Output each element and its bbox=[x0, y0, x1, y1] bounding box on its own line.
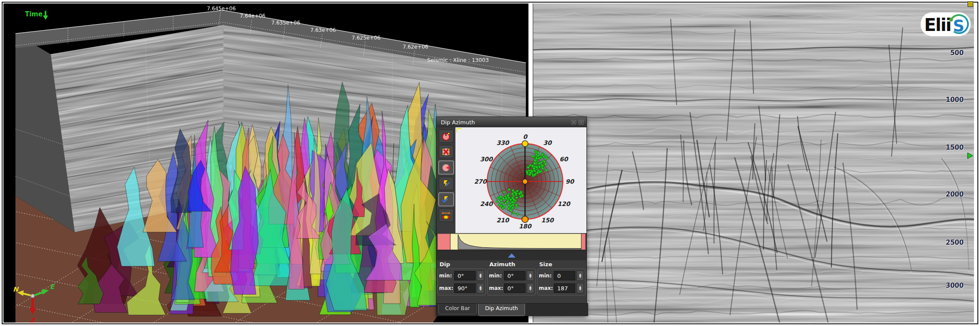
dip-group: Dip min: 0° ▲▼ max: 90° ▲▼ bbox=[437, 260, 486, 303]
polar-plot-area[interactable]: 0306090120150180210240270300330 bbox=[455, 127, 586, 233]
dialog-tab-bar: Color Bar Dip Azimuth bbox=[437, 303, 588, 316]
close-icon[interactable] bbox=[578, 120, 584, 125]
polar-angle-label: 330 bbox=[496, 139, 509, 146]
azimuth-group-title: Azimuth bbox=[487, 260, 536, 268]
section-label: Seismic : Xline : 13003 bbox=[427, 57, 488, 63]
corner-marker-icon bbox=[968, 1, 973, 7]
size-min-field[interactable]: 0 bbox=[554, 271, 575, 280]
axis-tick-label: 7.625e+06 bbox=[351, 35, 380, 41]
seismic-section-panel[interactable]: 500 1000 1500 2000 2500 3000 Elii S bbox=[533, 3, 974, 323]
cancel-selection-icon bbox=[441, 148, 451, 156]
logo-dot-icon bbox=[949, 18, 953, 22]
dial-icon bbox=[441, 132, 451, 141]
cancel-selection-button[interactable] bbox=[439, 145, 454, 158]
depth-label: 3000 bbox=[941, 282, 964, 289]
dip-min-field[interactable]: 0° bbox=[454, 271, 476, 280]
size-group-title: Size bbox=[537, 260, 586, 268]
lightning-apply-button[interactable] bbox=[438, 192, 454, 206]
depth-label: 500 bbox=[941, 49, 964, 57]
azimuth-handle-top bbox=[522, 141, 528, 147]
size-max-label: max: bbox=[539, 285, 553, 291]
dip-group-title: Dip bbox=[437, 260, 486, 268]
depth-label: 2500 bbox=[941, 239, 964, 246]
depth-label: 1500 bbox=[941, 144, 964, 151]
azimuth-max-label: max: bbox=[489, 285, 503, 291]
histogram-expander[interactable] bbox=[437, 250, 586, 260]
azimuth-handle-bottom bbox=[522, 216, 528, 223]
azimuth-max-field[interactable]: 0° bbox=[504, 283, 525, 293]
filter-controls: Dip min: 0° ▲▼ max: 90° ▲▼ Azimuth min: bbox=[437, 260, 586, 303]
size-min-label: min: bbox=[539, 273, 553, 279]
plot-corner-mark bbox=[457, 129, 462, 132]
range-icon bbox=[441, 211, 451, 220]
sector-icon bbox=[441, 163, 451, 172]
polar-angle-label: 270 bbox=[474, 178, 487, 185]
size-min-spinner[interactable]: ▲▼ bbox=[577, 271, 584, 281]
axis-tick-label: 7.63e+06 bbox=[310, 27, 336, 33]
axis-tick-label: 7.64e+06 bbox=[240, 13, 265, 19]
azimuth-max-spinner[interactable]: ▲▼ bbox=[527, 283, 534, 293]
azimuth-min-field[interactable]: 0° bbox=[504, 271, 525, 280]
depth-label: 2000 bbox=[941, 191, 964, 198]
axis-tick-label: 7.62e+06 bbox=[403, 44, 428, 50]
expand-arrow-icon bbox=[508, 253, 516, 258]
polar-angle-label: 300 bbox=[480, 156, 493, 163]
polar-angle-label: 90 bbox=[565, 178, 574, 185]
dip-azimuth-dialog: Dip Azimuth bbox=[436, 117, 587, 316]
depth-label: 1000 bbox=[941, 96, 964, 104]
polar-angle-label: 30 bbox=[543, 139, 552, 146]
polar-angle-label: 0 bbox=[523, 133, 528, 140]
azimuth-group: Azimuth min: 0° ▲▼ max: 0° ▲▼ bbox=[487, 260, 536, 303]
polar-angle-label: 210 bbox=[496, 217, 509, 224]
dialog-title: Dip Azimuth bbox=[441, 119, 475, 126]
gizmo-axis-label: E bbox=[50, 283, 55, 291]
dip-min-spinner[interactable]: ▲▼ bbox=[477, 271, 484, 281]
lightning-edit-button[interactable] bbox=[439, 177, 454, 190]
size-histogram[interactable] bbox=[437, 234, 586, 250]
size-group: Size min: 0 ▲▼ max: 187 ▲▼ bbox=[537, 260, 586, 303]
histogram-left-clip-zone bbox=[437, 234, 450, 250]
azimuth-min-label: min: bbox=[489, 273, 503, 279]
polar-center-marker bbox=[522, 179, 528, 184]
axis-tick-label: 7.645e+06 bbox=[207, 6, 235, 12]
position-marker-icon[interactable] bbox=[967, 152, 973, 159]
logo-text-main: Elii bbox=[924, 15, 951, 35]
tab-color-bar[interactable]: Color Bar bbox=[438, 304, 477, 314]
dialog-titlebar[interactable]: Dip Azimuth bbox=[437, 117, 586, 127]
histogram-right-clip-zone bbox=[581, 234, 586, 250]
eliis-logo: Elii S bbox=[920, 12, 971, 37]
gizmo-axis-label: N bbox=[13, 286, 19, 293]
dip-max-field[interactable]: 90° bbox=[454, 283, 476, 293]
azimuth-min-spinner[interactable]: ▲▼ bbox=[527, 271, 534, 281]
time-axis-label: Time bbox=[25, 10, 43, 18]
polar-angle-label: 60 bbox=[559, 156, 568, 163]
polar-angle-label: 150 bbox=[541, 217, 554, 224]
lightning-edit-icon bbox=[441, 179, 451, 188]
size-max-field[interactable]: 187 bbox=[554, 283, 575, 293]
histogram-strip bbox=[437, 234, 586, 250]
polar-angle-label: 240 bbox=[480, 200, 493, 207]
float-icon[interactable] bbox=[571, 120, 577, 125]
dip-azimuth-polar-plot: 0306090120150180210240270300330 bbox=[455, 127, 586, 233]
size-max-spinner[interactable]: ▲▼ bbox=[577, 283, 584, 293]
dip-min-label: min: bbox=[439, 273, 453, 279]
dial-button[interactable] bbox=[439, 129, 454, 143]
range-button[interactable] bbox=[439, 209, 454, 222]
seismic-image bbox=[533, 3, 974, 323]
dip-max-label: max: bbox=[439, 285, 453, 291]
polar-angle-label: 180 bbox=[519, 223, 531, 230]
tab-dip-azimuth[interactable]: Dip Azimuth bbox=[478, 304, 525, 316]
axis-tick-label: 7.635e+06 bbox=[271, 20, 300, 26]
sector-button[interactable] bbox=[438, 160, 454, 175]
dip-max-spinner[interactable]: ▲▼ bbox=[477, 283, 484, 293]
lightning-apply-icon bbox=[441, 195, 451, 204]
polar-angle-label: 120 bbox=[557, 200, 570, 207]
